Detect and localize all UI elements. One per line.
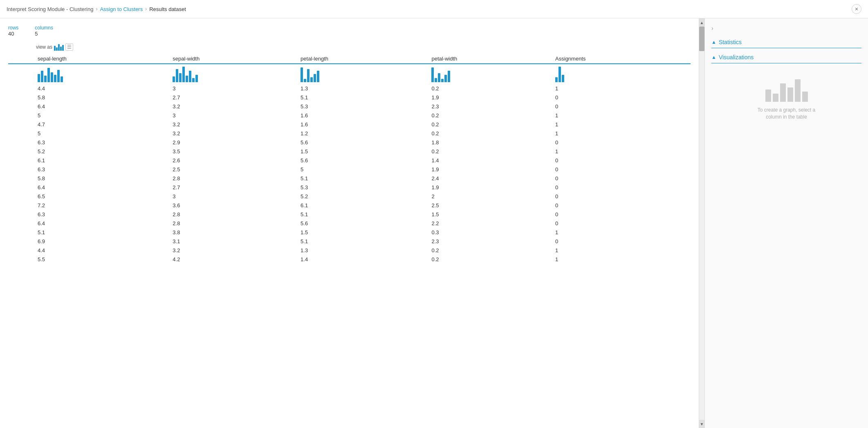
table-row[interactable]: 6.32.95.61.80 <box>8 138 691 147</box>
table-row[interactable]: 6.42.75.31.90 <box>8 183 691 192</box>
table-row[interactable]: 6.32.85.11.50 <box>8 210 691 219</box>
table-cell: 0.2 <box>426 84 550 93</box>
table-cell: 0 <box>550 93 691 102</box>
table-row[interactable]: 7.23.66.12.50 <box>8 201 691 210</box>
col-header-sepal-width[interactable]: sepal-width <box>168 54 296 64</box>
row-number <box>8 219 33 228</box>
rows-meta: rows 40 <box>8 25 18 37</box>
statistics-title: Statistics <box>719 39 742 45</box>
table-row[interactable]: 6.43.25.32.30 <box>8 102 691 111</box>
table-cell: 1 <box>550 147 691 156</box>
table-cell: 1.3 <box>296 84 426 93</box>
table-cell: 1 <box>550 111 691 120</box>
table-cell: 2 <box>426 192 550 201</box>
table-cell: 1.9 <box>426 183 550 192</box>
close-button[interactable]: × <box>852 4 861 14</box>
table-cell: 4.4 <box>33 246 168 255</box>
table-cell: 3.2 <box>168 246 296 255</box>
table-cell: 3.2 <box>168 129 296 138</box>
table-cell: 5.3 <box>296 102 426 111</box>
main-content: rows 40 columns 5 view as ☰ <box>0 18 868 428</box>
table-cell: 5.6 <box>296 219 426 228</box>
table-row[interactable]: 5.13.81.50.31 <box>8 228 691 237</box>
table-area: view as ☰ sepal-length sepal <box>8 43 691 421</box>
table-cell: 0.2 <box>426 147 550 156</box>
table-cell: 5 <box>33 129 168 138</box>
breadcrumb-middle[interactable]: Assign to Clusters <box>100 6 143 12</box>
scroll-thumb[interactable] <box>699 27 704 51</box>
col-header-sepal-length[interactable]: sepal-length <box>33 54 168 64</box>
table-row[interactable]: 6.535.220 <box>8 192 691 201</box>
table-cell: 2.8 <box>168 174 296 183</box>
table-cell: 0 <box>550 138 691 147</box>
visualizations-arrow: ▲ <box>711 54 716 60</box>
table-cell: 1.4 <box>426 156 550 165</box>
table-cell: 0.2 <box>426 111 550 120</box>
scroll-down-button[interactable]: ▼ <box>699 420 705 428</box>
breadcrumb-sep2: › <box>145 6 147 12</box>
table-cell: 5.2 <box>33 147 168 156</box>
table-cell: 1.5 <box>426 210 550 219</box>
table-row[interactable]: 6.12.65.61.40 <box>8 156 691 165</box>
table-cell: 5.2 <box>296 192 426 201</box>
table-cell: 2.5 <box>426 201 550 210</box>
table-row[interactable]: 531.60.21 <box>8 111 691 120</box>
col-header-petal-width[interactable]: petal-width <box>426 54 550 64</box>
histogram-petal-width <box>431 66 545 82</box>
table-view-icon[interactable]: ☰ <box>65 43 73 51</box>
table-cell: 1.3 <box>296 246 426 255</box>
table-row[interactable]: 4.73.21.60.21 <box>8 120 691 129</box>
row-number <box>8 102 33 111</box>
table-cell: 3.5 <box>168 147 296 156</box>
row-number <box>8 138 33 147</box>
table-cell: 0 <box>550 192 691 201</box>
statistics-arrow: ▲ <box>711 39 716 45</box>
table-cell: 2.7 <box>168 93 296 102</box>
breadcrumb-sep1: › <box>96 6 97 12</box>
col-header-petal-length[interactable]: petal-length <box>296 54 426 64</box>
table-cell: 7.2 <box>33 201 168 210</box>
table-cell: 5.8 <box>33 93 168 102</box>
table-cell: 5.8 <box>33 174 168 183</box>
table-cell: 5.3 <box>296 183 426 192</box>
data-table: sepal-length sepal-width petal-length pe… <box>8 54 691 264</box>
meta-info: rows 40 columns 5 <box>8 25 691 37</box>
table-cell: 1 <box>550 228 691 237</box>
table-cell: 1 <box>550 84 691 93</box>
table-cell: 0 <box>550 201 691 210</box>
table-cell: 2.4 <box>426 174 550 183</box>
row-number <box>8 174 33 183</box>
table-cell: 6.3 <box>33 138 168 147</box>
table-row[interactable]: 53.21.20.21 <box>8 129 691 138</box>
table-row[interactable]: 6.32.551.90 <box>8 165 691 174</box>
table-row[interactable]: 5.54.21.40.21 <box>8 255 691 264</box>
bar-chart-view-icon[interactable] <box>54 43 64 51</box>
table-cell: 0.2 <box>426 129 550 138</box>
visualizations-section-header[interactable]: ▲ Visualizations <box>711 52 861 63</box>
table-row[interactable]: 6.42.85.62.20 <box>8 219 691 228</box>
table-cell: 2.6 <box>168 156 296 165</box>
table-row[interactable]: 5.23.51.50.21 <box>8 147 691 156</box>
statistics-section-header[interactable]: ▲ Statistics <box>711 36 861 48</box>
table-cell: 1.6 <box>296 120 426 129</box>
table-row[interactable]: 4.431.30.21 <box>8 84 691 93</box>
table-cell: 4.4 <box>33 84 168 93</box>
table-row[interactable]: 5.82.85.12.40 <box>8 174 691 183</box>
table-cell: 0.2 <box>426 246 550 255</box>
table-row[interactable]: 6.93.15.12.30 <box>8 237 691 246</box>
table-cell: 6.4 <box>33 219 168 228</box>
table-cell: 4.2 <box>168 255 296 264</box>
table-cell: 5.1 <box>296 93 426 102</box>
row-number <box>8 183 33 192</box>
table-cell: 3 <box>168 84 296 93</box>
row-number <box>8 165 33 174</box>
table-row[interactable]: 4.43.21.30.21 <box>8 246 691 255</box>
breadcrumb-current: Results dataset <box>149 6 186 12</box>
scroll-up-button[interactable]: ▲ <box>699 18 705 27</box>
expand-toggle[interactable]: › <box>711 25 861 31</box>
table-row[interactable]: 5.82.75.11.90 <box>8 93 691 102</box>
col-header-assignments[interactable]: Assignments <box>550 54 691 64</box>
table-cell: 1.9 <box>426 93 550 102</box>
table-cell: 6.4 <box>33 183 168 192</box>
table-cell: 6.1 <box>33 156 168 165</box>
